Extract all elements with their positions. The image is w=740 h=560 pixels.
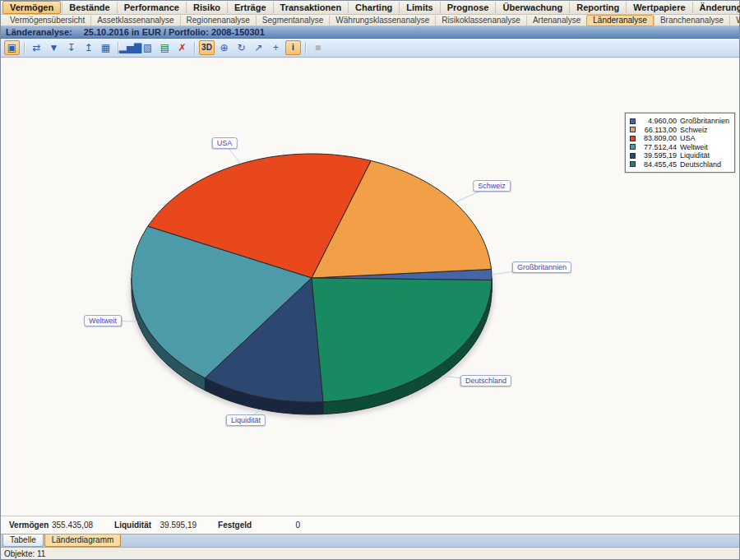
legend-value-liquidit-t: 39.595,19 [639,151,677,160]
menu-item-charting[interactable]: Charting [348,2,399,13]
legend-item-liquidit-t: 39.595,19Liquidität [630,151,729,160]
summary-label-verm-gen: Vermögen [9,521,52,530]
pie-label-schweiz: Schweiz [473,180,511,192]
pie-label-deutschland: Deutschland [460,375,511,386]
pan-icon[interactable]: ↗ [251,40,266,55]
bar-chart-icon[interactable]: ▂▅▇ [123,40,138,55]
summary-label-liquidit-t: Liquidität [114,521,157,530]
legend-value-gro-britannien: 4.960,00 [639,117,677,125]
placeholder-icon: ■ [310,40,326,55]
bottom-tab-tabelle[interactable]: Tabelle [2,535,44,547]
subtab-risikoklassenanalyse[interactable]: Risikoklassenanalyse [435,16,526,25]
pie-label-usa: USA [212,137,238,149]
subtab-artenanalyse[interactable]: Artenanalyse [526,16,586,25]
legend-value-deutschland: 84.455,45 [639,160,677,169]
menu-item-verm-gen[interactable]: Vermögen [2,1,61,14]
legend-item-usa: 83.809,00USA [630,134,729,143]
toolbar-separator [24,42,25,54]
view-title-detail: 25.10.2016 in EUR / Portfolio: 2008-1503… [84,27,265,37]
legend-label-schweiz: Schweiz [680,126,708,134]
legend-swatch-usa [630,136,636,141]
legend-swatch-deutschland [630,161,636,167]
menubar: VermögenBeständePerformanceRisikoErträge… [1,1,739,15]
pie-label-liquidit-t: Liquidität [226,414,266,426]
refresh-icon[interactable]: ⇄ [29,40,44,55]
legend-value-weltweit: 77.512,44 [639,143,677,151]
add-icon[interactable]: + [268,40,284,55]
menu-item-ertr-ge[interactable]: Erträge [227,2,273,13]
subtab-w-hrungsanalyse[interactable]: Währungsanalyse [729,16,740,25]
legend-item-deutschland: 84.455,45Deutschland [630,160,729,169]
statusbar: Objekte: 11 [1,547,739,559]
info-toggle-button[interactable]: i [285,40,301,55]
legend-label-deutschland: Deutschland [680,160,721,169]
menu-item-wertpapiere[interactable]: Wertpapiere [626,2,691,13]
chart-image-icon[interactable]: ▨ [140,40,155,55]
chart-layout-icon[interactable]: ▣ [4,40,20,55]
menu-item-nderungsnachverfolgung[interactable]: Änderungsnachverfolgung [692,2,740,13]
summary-value-festgeld: 0 [261,521,300,530]
submenu-bar: VermögensübersichtAssetklassenanalyseReg… [1,15,739,26]
legend-value-schweiz: 66.113,00 [639,126,677,134]
summary-value-verm-gen: 355.435,08 [52,521,93,530]
legend-label-usa: USA [680,134,696,142]
subtab-w-hrungsklassenanalyse[interactable]: Währungsklassenanalyse [329,16,435,25]
menu-item-limits[interactable]: Limits [399,2,439,13]
view-title: Länderanalyse: [6,27,72,37]
drilldown-icon[interactable]: ↧ [63,40,79,55]
subtab-segmentanalyse[interactable]: Segmentanalyse [256,16,330,25]
menu-item-reporting[interactable]: Reporting [569,2,626,13]
menu-item-prognose[interactable]: Prognose [440,2,496,13]
legend-swatch-gro-britannien [630,118,636,124]
subtab-l-nderanalyse[interactable]: Länderanalyse [586,15,654,26]
chart-area: 4.960,00Großbritannien66.113,00Schweiz83… [1,58,739,516]
toolbar-separator [194,42,195,54]
bottom-tab-bar: TabelleLänderdiagramm [1,534,739,547]
menu-item-best-nde[interactable]: Bestände [62,2,117,13]
legend-item-schweiz: 66.113,00Schweiz [630,126,729,135]
excel-export-icon[interactable]: ▤ [157,40,173,55]
legend-value-usa: 83.809,00 [639,134,677,142]
subtab-verm-gens-bersicht[interactable]: Vermögensübersicht [4,16,90,25]
legend-swatch-schweiz [630,127,636,132]
pie-label-gro-britannien: Großbritannien [512,261,571,273]
chart-funnel-icon[interactable]: ▦ [98,40,113,55]
legend-item-weltweit: 77.512,44Weltweit [630,143,729,152]
legend-swatch-weltweit [630,144,636,150]
bottom-tab-l-nderdiagramm[interactable]: Länderdiagramm [44,535,122,547]
application-window: VermögenBeständePerformanceRisikoErträge… [0,0,740,560]
pie-label-weltweit: Weltweit [84,315,122,326]
subtab-assetklassenanalyse[interactable]: Assetklassenanalyse [90,16,179,25]
summary-bar: Vermögen355.435,08Liquidität39.595,19Fes… [1,516,739,534]
menu-item-risiko[interactable]: Risiko [186,2,227,13]
chart-legend: 4.960,00Großbritannien66.113,00Schweiz83… [625,113,735,173]
drillup-icon[interactable]: ↥ [81,40,96,55]
legend-label-gro-britannien: Großbritannien [680,117,729,125]
legend-item-gro-britannien: 4.960,00Großbritannien [630,117,729,126]
toolbar-separator [305,42,306,54]
legend-swatch-liquidit-t [630,153,636,159]
view-titlebar: Länderanalyse: 25.10.2016 in EUR / Portf… [1,26,739,39]
clipboard-delete-icon[interactable]: ✗ [174,40,190,55]
legend-label-liquidit-t: Liquidität [680,151,710,160]
3d-toggle-button[interactable]: 3D [199,40,215,55]
menu-item-berwachung[interactable]: Überwachung [495,2,569,13]
subtab-branchenanalyse[interactable]: Branchenanalyse [654,16,729,25]
subtab-regionenanalyse[interactable]: Regionenanalyse [180,16,256,25]
object-count: Objekte: 11 [4,549,45,558]
menu-item-transaktionen[interactable]: Transaktionen [273,2,349,13]
rotate-icon[interactable]: ↻ [234,40,249,55]
summary-value-liquidit-t: 39.595,19 [157,521,197,530]
legend-label-weltweit: Weltweit [680,143,708,151]
zoom-icon[interactable]: ⊕ [216,40,232,55]
menu-item-performance[interactable]: Performance [117,2,186,13]
summary-label-festgeld: Festgeld [218,521,261,530]
toolbar: ▣⇄▼↧↥▦▂▅▇▨▤✗3D⊕↻↗+i■ [1,39,739,58]
filter-icon[interactable]: ▼ [46,40,62,55]
